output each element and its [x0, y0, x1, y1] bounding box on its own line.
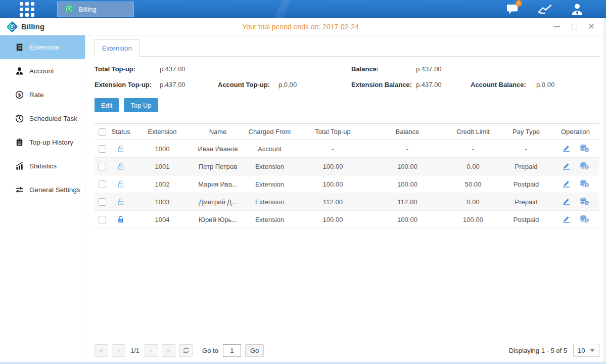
extension-balance-label: Extension Balance:: [351, 81, 416, 88]
window-frame-right: [603, 18, 606, 364]
app-launcher-button[interactable]: [17, 2, 37, 17]
cell-pay-type: Prepaid: [501, 158, 551, 175]
notifications-button[interactable]: !: [505, 3, 520, 16]
col-balance: Balance: [369, 124, 445, 140]
edit-row-icon[interactable]: [562, 144, 571, 154]
tab-label: Extension: [102, 44, 132, 52]
extension-topup-value: p.437.00: [160, 81, 218, 88]
sidebar-item-account[interactable]: Account: [0, 59, 85, 83]
account-balance-label: Account Balance:: [471, 81, 536, 88]
cell-total-topup: 100.00: [296, 175, 369, 193]
row-checkbox[interactable]: [99, 180, 106, 188]
cell-pay-type: Prepaid: [501, 193, 551, 211]
app-tab-billing[interactable]: $ Billing: [57, 2, 134, 17]
row-checkbox[interactable]: [99, 163, 106, 170]
svg-text:$: $: [18, 92, 21, 98]
cell-credit-limit: -: [445, 140, 501, 158]
account-topup-label: Account Top-up:: [218, 81, 278, 88]
refresh-button[interactable]: [179, 344, 193, 357]
cell-balance: 100.00: [369, 158, 445, 175]
lock-closed-icon: [117, 215, 125, 223]
table-row: 1002 Мария Ива... Extension 100.00 100.0…: [95, 175, 599, 193]
sidebar: Extension Account $ Rate Scheduled Task: [0, 35, 85, 362]
cell-credit-limit: 50.00: [445, 175, 501, 193]
cell-extension: 1004: [132, 211, 193, 229]
page-size-select[interactable]: 10: [573, 344, 599, 357]
go-button[interactable]: Go: [245, 344, 264, 357]
cell-total-topup: 100.00: [296, 158, 369, 175]
edit-row-icon[interactable]: [562, 197, 571, 207]
col-total-topup: Total Top-up: [296, 124, 369, 140]
edit-row-icon[interactable]: [562, 161, 571, 172]
account-balance-value: p.0.00: [536, 81, 554, 88]
notification-badge: !: [516, 0, 522, 7]
cell-credit-limit: 100.00: [445, 211, 501, 229]
total-topup-value: p.437.00: [160, 65, 218, 73]
chevron-down-icon: [590, 349, 595, 352]
lock-open-icon: [117, 145, 125, 153]
next-page-button[interactable]: ›: [145, 344, 158, 357]
topup-row-icon[interactable]: [579, 144, 589, 154]
billing-app-icon: $: [64, 4, 75, 15]
goto-page-input[interactable]: [223, 344, 241, 357]
balance-label: Balance:: [351, 65, 416, 73]
user-icon: [571, 3, 584, 16]
row-checkbox[interactable]: [99, 198, 106, 206]
cell-charged-from: Account: [243, 140, 296, 158]
cell-total-topup: -: [296, 140, 369, 158]
extension-table: Status Extension Name Charged From Total…: [95, 123, 599, 229]
first-page-button[interactable]: «: [95, 344, 108, 357]
refresh-icon: [182, 347, 190, 354]
sidebar-item-topup-history[interactable]: Top-up History: [0, 130, 85, 154]
cell-name: Мария Ива...: [193, 175, 243, 193]
sidebar-item-extension[interactable]: Extension: [0, 35, 85, 59]
col-status: Status: [110, 124, 132, 140]
displaying-label: Displaying 1 - 5 of 5: [509, 347, 567, 354]
sidebar-item-general-settings[interactable]: General Settings: [0, 178, 85, 202]
resource-monitor-button[interactable]: [537, 3, 552, 16]
cell-name: Юрий Юрь...: [193, 211, 243, 229]
line-chart-icon: [538, 4, 552, 15]
cell-extension: 1000: [132, 140, 193, 158]
bar-chart-icon: [15, 162, 24, 170]
window-title: Billing: [21, 22, 44, 31]
cell-balance: 112.00: [369, 193, 445, 211]
lock-open-icon: [117, 198, 125, 206]
topup-row-icon[interactable]: [579, 197, 589, 207]
table-row: 1001 Петр Петров Extension 100.00 100.00…: [95, 158, 599, 175]
extension-topup-label: Extension Top-up:: [95, 81, 160, 88]
table-row: 1000 Иван Иванов Account - - - -: [95, 140, 599, 158]
cell-pay-type: Postpaid: [501, 175, 551, 193]
last-page-button[interactable]: »: [162, 344, 175, 357]
cell-charged-from: Extension: [243, 211, 296, 229]
cell-credit-limit: 0.00: [445, 193, 501, 211]
user-menu-button[interactable]: [570, 3, 585, 16]
close-button[interactable]: ✕: [588, 23, 595, 30]
cell-balance: 100.00: [369, 211, 445, 229]
col-name: Name: [193, 124, 243, 140]
tab-strip: Extension: [95, 35, 599, 57]
main-content: Extension Total Top-up: p.437.00 Extensi…: [85, 35, 606, 362]
edit-button[interactable]: Edit: [95, 98, 119, 112]
edit-row-icon[interactable]: [562, 214, 571, 225]
sidebar-item-rate[interactable]: $ Rate: [0, 83, 85, 107]
row-checkbox[interactable]: [99, 145, 106, 153]
billing-window-icon: $: [6, 21, 18, 33]
sidebar-item-label: Top-up History: [29, 139, 73, 146]
select-all-checkbox[interactable]: [99, 128, 106, 136]
row-checkbox[interactable]: [99, 216, 106, 223]
topup-row-icon[interactable]: [579, 214, 589, 225]
top-up-button[interactable]: Top Up: [124, 98, 158, 112]
topup-row-icon[interactable]: [579, 179, 589, 190]
sidebar-item-statistics[interactable]: Statistics: [0, 154, 85, 178]
sidebar-item-label: Statistics: [29, 162, 57, 170]
sidebar-item-scheduled-task[interactable]: Scheduled Task: [0, 107, 85, 130]
balance-value: p.437.00: [416, 65, 471, 73]
topup-row-icon[interactable]: [579, 161, 589, 172]
tab-extension[interactable]: Extension: [95, 39, 139, 57]
minimize-button[interactable]: [553, 23, 561, 30]
maximize-button[interactable]: [571, 23, 578, 30]
prev-page-button[interactable]: ‹: [112, 344, 125, 357]
edit-row-icon[interactable]: [562, 179, 571, 190]
col-pay-type: Pay Type: [501, 124, 551, 140]
